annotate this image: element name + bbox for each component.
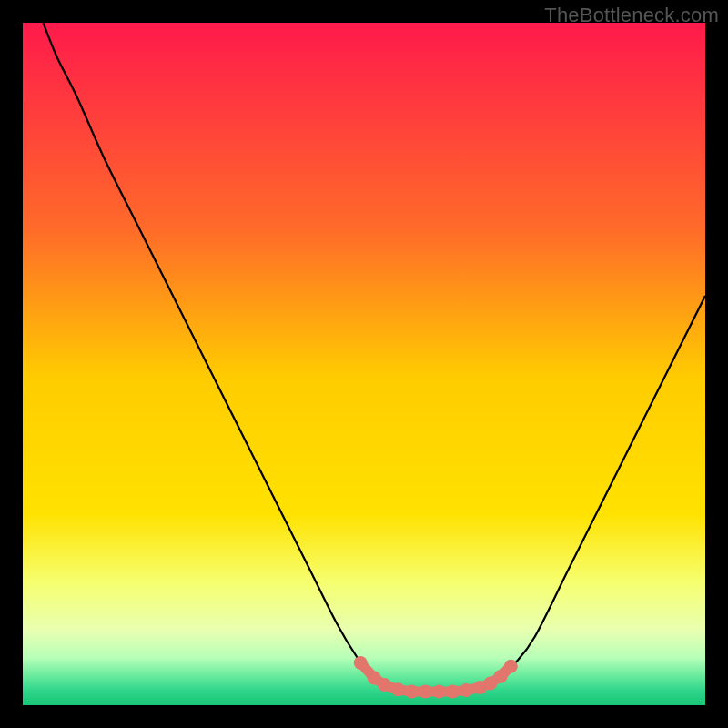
- marker-dot: [378, 678, 391, 692]
- marker-dot: [419, 685, 432, 699]
- marker-dot: [432, 685, 446, 699]
- chart-frame: TheBottleneck.com: [0, 0, 728, 728]
- marker-dot: [354, 656, 368, 670]
- marker-dot: [460, 683, 473, 697]
- chart-svg: [23, 23, 705, 705]
- marker-dot: [446, 685, 460, 699]
- plot-area: [23, 23, 705, 705]
- gradient-background: [23, 23, 705, 705]
- marker-dot: [405, 685, 419, 699]
- marker-dot: [504, 660, 518, 673]
- marker-dot: [391, 682, 405, 696]
- marker-dot: [494, 670, 508, 683]
- watermark-text: TheBottleneck.com: [544, 4, 719, 27]
